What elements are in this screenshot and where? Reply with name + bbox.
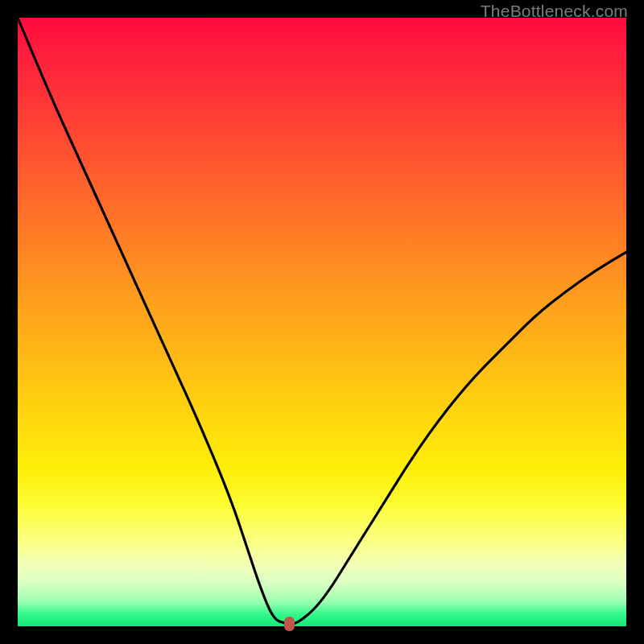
plot-area xyxy=(18,18,626,626)
curve-svg xyxy=(18,18,626,626)
curve-path xyxy=(18,18,626,624)
optimum-marker xyxy=(284,617,295,631)
chart-frame: TheBottleneck.com xyxy=(0,0,644,644)
